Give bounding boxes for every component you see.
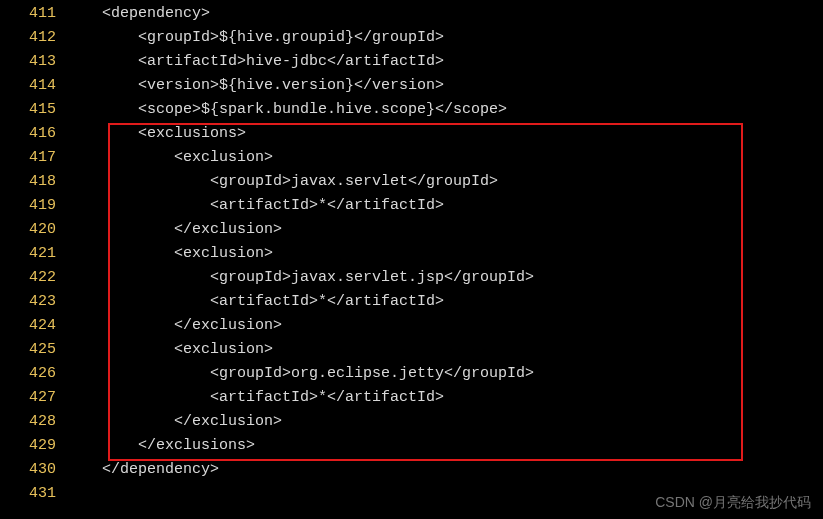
line-number: 420 xyxy=(0,218,56,242)
line-number: 424 xyxy=(0,314,56,338)
line-number: 426 xyxy=(0,362,56,386)
code-line: </exclusion> xyxy=(66,218,823,242)
code-line: <exclusion> xyxy=(66,146,823,170)
line-number: 425 xyxy=(0,338,56,362)
code-line: <dependency> xyxy=(66,2,823,26)
line-number: 428 xyxy=(0,410,56,434)
line-number: 417 xyxy=(0,146,56,170)
line-number: 419 xyxy=(0,194,56,218)
line-number: 423 xyxy=(0,290,56,314)
code-line: <artifactId>*</artifactId> xyxy=(66,290,823,314)
line-number: 414 xyxy=(0,74,56,98)
code-line: </exclusion> xyxy=(66,410,823,434)
line-number: 418 xyxy=(0,170,56,194)
code-area[interactable]: <dependency> <groupId>${hive.groupid}</g… xyxy=(66,2,823,506)
line-number: 413 xyxy=(0,50,56,74)
code-line: <groupId>${hive.groupid}</groupId> xyxy=(66,26,823,50)
code-line: <artifactId>*</artifactId> xyxy=(66,386,823,410)
code-line: <groupId>org.eclipse.jetty</groupId> xyxy=(66,362,823,386)
line-number: 415 xyxy=(0,98,56,122)
code-line: <exclusion> xyxy=(66,242,823,266)
code-editor: 411 412 413 414 415 416 417 418 419 420 … xyxy=(0,0,823,506)
code-line: <scope>${spark.bundle.hive.scope}</scope… xyxy=(66,98,823,122)
watermark: CSDN @月亮给我抄代码 xyxy=(655,491,811,513)
line-number: 430 xyxy=(0,458,56,482)
code-line: <version>${hive.version}</version> xyxy=(66,74,823,98)
code-line: <groupId>javax.servlet.jsp</groupId> xyxy=(66,266,823,290)
line-number-gutter: 411 412 413 414 415 416 417 418 419 420 … xyxy=(0,2,66,506)
code-line: <artifactId>hive-jdbc</artifactId> xyxy=(66,50,823,74)
code-line: </dependency> xyxy=(66,458,823,482)
line-number: 427 xyxy=(0,386,56,410)
line-number: 416 xyxy=(0,122,56,146)
line-number: 422 xyxy=(0,266,56,290)
line-number: 431 xyxy=(0,482,56,506)
code-line: <exclusion> xyxy=(66,338,823,362)
code-line: </exclusion> xyxy=(66,314,823,338)
code-line: <exclusions> xyxy=(66,122,823,146)
code-line: <groupId>javax.servlet</groupId> xyxy=(66,170,823,194)
code-line: <artifactId>*</artifactId> xyxy=(66,194,823,218)
line-number: 421 xyxy=(0,242,56,266)
code-line: </exclusions> xyxy=(66,434,823,458)
line-number: 429 xyxy=(0,434,56,458)
line-number: 412 xyxy=(0,26,56,50)
line-number: 411 xyxy=(0,2,56,26)
